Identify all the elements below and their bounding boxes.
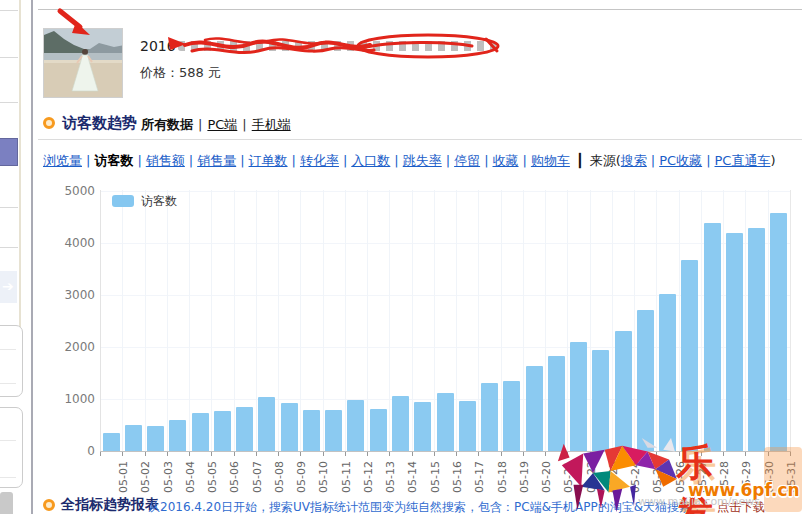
x-axis-tick: [790, 452, 791, 456]
bar-05-31[interactable]: [770, 213, 787, 451]
tab-metric-9[interactable]: 停留: [454, 153, 480, 168]
product-title[interactable]: 2016: [140, 38, 176, 54]
plot-right-border: [790, 190, 791, 451]
x-axis-label: 05-23: [607, 461, 620, 493]
x-axis-label: 05-12: [362, 461, 375, 493]
x-axis-tick: [656, 452, 657, 456]
bar-05-08[interactable]: [258, 397, 275, 451]
tab-metric-5[interactable]: 订单数: [249, 153, 288, 168]
gridline-v: [768, 190, 769, 451]
bar-05-18[interactable]: [481, 383, 498, 451]
bar-05-17[interactable]: [459, 401, 476, 451]
x-axis-tick: [167, 452, 168, 456]
bar-05-02[interactable]: [125, 425, 142, 451]
gridline-v: [523, 190, 524, 451]
sidebar-card: [0, 407, 23, 488]
tab-metric-6[interactable]: 转化率: [300, 153, 339, 168]
gridline-v: [745, 190, 746, 451]
bar-05-20[interactable]: [526, 366, 543, 451]
bar-05-21[interactable]: [548, 356, 565, 451]
gridline-v: [278, 190, 279, 451]
y-axis-label: 1000: [55, 392, 95, 406]
scope-filter-2[interactable]: PC端: [207, 117, 237, 132]
bar-05-01[interactable]: [103, 433, 120, 451]
bar-05-12[interactable]: [347, 400, 364, 451]
x-axis-tick: [701, 452, 702, 456]
x-axis-tick: [323, 452, 324, 456]
bar-05-06[interactable]: [214, 411, 231, 451]
y-axis-label: 5000: [55, 184, 95, 198]
scope-filter-1[interactable]: 所有数据: [141, 117, 193, 132]
product-thumbnail[interactable]: [43, 28, 123, 98]
tab-metric-4[interactable]: 销售量: [197, 153, 236, 168]
page: ➔ 2016 价格：588 元 访客数趋势 所有数据|: [0, 0, 802, 514]
bar-05-05[interactable]: [192, 413, 209, 451]
bar-05-24[interactable]: [615, 331, 632, 451]
x-axis-tick: [612, 452, 613, 456]
section-bullet-icon: [43, 117, 55, 129]
tab-separator: |: [702, 153, 714, 168]
gridline-h: [100, 243, 790, 244]
bar-05-09[interactable]: [281, 403, 298, 451]
tab-metric-10[interactable]: 收藏: [493, 153, 519, 168]
bar-05-10[interactable]: [303, 410, 320, 451]
bar-05-26[interactable]: [659, 294, 676, 451]
tab-metric-8[interactable]: 跳失率: [403, 153, 442, 168]
x-axis-label: 05-21: [562, 461, 575, 493]
x-axis-tick: [234, 452, 235, 456]
sidebar-divider: [0, 57, 18, 58]
gridline-v: [590, 190, 591, 451]
tab-source-1[interactable]: 搜索: [621, 153, 647, 168]
bar-05-22[interactable]: [570, 342, 587, 451]
bar-05-15[interactable]: [414, 402, 431, 451]
sidebar-selected-item[interactable]: [0, 138, 18, 166]
tab-metric-7[interactable]: 入口数: [351, 153, 390, 168]
gridline-v: [701, 190, 702, 451]
tab-metric-1[interactable]: 浏览量: [43, 153, 82, 168]
bar-05-28[interactable]: [704, 223, 721, 451]
watermark-orange-shape: [764, 447, 802, 512]
y-axis-label: 2000: [55, 340, 95, 354]
bar-05-25[interactable]: [637, 310, 654, 451]
tab-metric-3[interactable]: 销售额: [146, 153, 185, 168]
y-axis-label: 4000: [55, 236, 95, 250]
bar-05-29[interactable]: [726, 233, 743, 451]
bar-05-13[interactable]: [370, 409, 387, 451]
tab-metric-2[interactable]: 访客数: [94, 153, 133, 168]
bar-05-14[interactable]: [392, 396, 409, 451]
x-axis-label: 05-26: [674, 461, 687, 493]
source-label: 来源(: [590, 153, 621, 168]
scope-filter-3[interactable]: 手机端: [252, 117, 291, 132]
bar-05-16[interactable]: [437, 393, 454, 451]
x-axis-tick: [122, 452, 123, 456]
bar-05-23[interactable]: [592, 350, 609, 451]
tab-source-2[interactable]: PC收藏: [659, 153, 702, 168]
sidebar-button-fragment[interactable]: [0, 492, 13, 514]
sidebar-divider: [0, 102, 18, 103]
gridline-v: [389, 190, 390, 451]
gridline-v: [612, 190, 613, 451]
download-link[interactable]: 点击下载: [717, 500, 765, 514]
x-axis-label: 05-13: [384, 461, 397, 493]
bar-05-03[interactable]: [147, 426, 164, 451]
x-axis-tick: [523, 452, 524, 456]
gridline-v: [478, 190, 479, 451]
card-divider: [0, 477, 16, 478]
tab-separator: |: [185, 153, 197, 168]
bar-05-30[interactable]: [748, 228, 765, 451]
card-divider: [0, 440, 16, 441]
gridline-v: [656, 190, 657, 451]
bar-05-27[interactable]: [681, 260, 698, 451]
sidebar-arrow-row[interactable]: ➔: [0, 271, 17, 303]
bar-05-11[interactable]: [325, 410, 342, 451]
tab-separator: |: [442, 153, 454, 168]
tab-source-3[interactable]: PC直通车: [715, 153, 771, 168]
bar-05-04[interactable]: [169, 420, 186, 451]
gridline-v: [234, 190, 235, 451]
product-price: 价格：588 元: [140, 64, 221, 82]
x-axis-label: 05-07: [251, 461, 264, 493]
footer-note: 从2016.4.20日开始，搜索UV指标统计范围变为纯自然搜索，包含：PC端&手…: [148, 499, 765, 514]
tab-metric-11[interactable]: 购物车: [531, 153, 570, 168]
bar-05-07[interactable]: [236, 407, 253, 451]
bar-05-19[interactable]: [503, 381, 520, 451]
